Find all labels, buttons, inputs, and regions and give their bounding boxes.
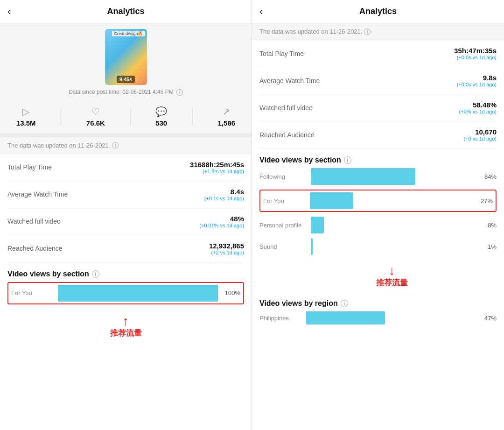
left-metric-label-0: Total Play Time <box>7 163 190 171</box>
left-updated-notice: The data was updated on 11-26-2021. i <box>0 137 252 154</box>
right-metric-avg-watch: Average Watch Time 9.8s (+0.0s vs 1d ago… <box>259 67 497 94</box>
stat-divider-1 <box>61 108 61 125</box>
left-metric-label-1: Average Watch Time <box>7 190 204 198</box>
right-panel: ‹ Analytics The data was updated on 11-2… <box>252 0 504 430</box>
left-metric-value-3: 12,932,865 (+2 vs 1d ago) <box>209 242 244 255</box>
stat-shares: ↗ 1,586 <box>218 106 236 127</box>
shares-icon: ↗ <box>223 106 231 117</box>
left-title: Analytics <box>107 7 144 16</box>
right-metric-total-play-time: Total Play Time 35h:47m:35s (+0.0s vs 1d… <box>259 40 497 67</box>
left-updated-info-icon[interactable]: i <box>112 142 119 148</box>
left-panel: ‹ Analytics Great design🔥 9.45s Data sin… <box>0 0 252 430</box>
right-back-button[interactable]: ‹ <box>259 6 263 18</box>
comments-icon: 💬 <box>155 106 167 117</box>
right-metric-label-0: Total Play Time <box>259 50 454 57</box>
likes-icon: ♡ <box>91 106 100 117</box>
left-metrics-list: Total Play Time 31688h:25m:45s (+1.8m vs… <box>0 154 252 262</box>
left-metric-value-1: 8.4s (+0.1s vs 1d ago) <box>204 188 244 201</box>
right-bar-label-sound: Sound <box>259 243 306 250</box>
right-metric-value-1: 9.8s (+0.0s vs 1d ago) <box>457 74 497 87</box>
right-title: Analytics <box>359 7 397 16</box>
right-bar-pct-sound: 1% <box>479 243 497 250</box>
right-region-label-ph: Philippines <box>259 315 301 322</box>
left-metric-reached-audience: Reached Audience 12,932,865 (+2 vs 1d ag… <box>7 235 244 262</box>
right-metric-label-3: Reached Audience <box>259 131 463 139</box>
data-since-info-icon[interactable]: i <box>176 89 183 96</box>
right-bar-container-following <box>311 168 474 185</box>
stat-likes: ♡ 76.6K <box>86 106 105 127</box>
left-stats-row: ▷ 13.5M ♡ 76.6K 💬 530 ↗ 1,586 <box>0 99 252 137</box>
right-metrics-list: Total Play Time 35h:47m:35s (+0.0s vs 1d… <box>252 40 504 148</box>
left-bar-pct-for-you: 100% <box>223 289 240 296</box>
right-bar-pct-for-you: 27% <box>475 197 493 204</box>
right-annotation-text: ↓ 推荐流量 <box>376 264 408 288</box>
right-views-section-header: Video views by section i <box>252 148 504 168</box>
right-region-pct-ph: 47% <box>479 315 497 322</box>
right-region-section-header: Video views by region i <box>252 292 504 311</box>
right-updated-notice: The data was updated on 11-26-2021. i <box>252 23 504 40</box>
right-bar-container-personal <box>311 217 474 233</box>
left-bar-container-for-you <box>58 285 218 302</box>
left-annotation-text: ↑ 推荐流量 <box>110 315 142 338</box>
right-region-info-icon[interactable]: i <box>341 300 348 307</box>
right-bar-personal-profile: Personal profile 8% <box>259 217 497 233</box>
right-bar-section: Following 64% For You 27% Personal profi… <box>252 168 504 263</box>
right-bar-fill-following <box>311 168 415 185</box>
left-metric-total-play-time: Total Play Time 31688h:25m:45s (+1.8m vs… <box>7 154 244 181</box>
left-bar-for-you: For You 100% <box>7 282 244 304</box>
right-header: ‹ Analytics <box>252 0 504 23</box>
comments-value: 530 <box>155 119 167 127</box>
data-since-text: Data since post time: 02-06-2021 4:45 PM… <box>69 89 183 96</box>
right-bar-label-personal: Personal profile <box>259 222 306 229</box>
left-bar-label-for-you: For You <box>11 289 53 296</box>
right-bar-pct-personal: 8% <box>479 222 497 229</box>
video-thumbnail[interactable]: Great design🔥 9.45s <box>105 29 147 85</box>
right-metric-label-1: Average Watch Time <box>259 77 457 85</box>
right-region-bar-ph <box>306 311 474 324</box>
left-metric-label-2: Watched full video <box>7 218 199 225</box>
shares-value: 1,586 <box>218 119 236 127</box>
right-bar-fill-for-you <box>310 192 353 209</box>
right-bar-following: Following 64% <box>259 168 497 185</box>
left-section-info-icon[interactable]: i <box>92 270 99 278</box>
left-metric-watched-full: Watched full video 48% (+0.01% vs 1d ago… <box>7 208 244 235</box>
right-bar-fill-personal <box>311 217 324 233</box>
right-bar-container-for-you <box>310 192 470 209</box>
right-metric-reached-audience: Reached Audience 10,670 (+0 vs 1d ago) <box>259 121 497 148</box>
right-metric-value-2: 58.48% (+0% vs 1d ago) <box>459 101 497 114</box>
left-metric-label-3: Reached Audience <box>7 245 209 252</box>
left-metric-value-0: 31688h:25m:45s (+1.8m vs 1d ago) <box>190 161 244 174</box>
plays-icon: ▷ <box>22 106 29 117</box>
stat-plays: ▷ 13.5M <box>16 106 36 127</box>
left-back-button[interactable]: ‹ <box>7 6 11 18</box>
stat-divider-2 <box>130 108 131 125</box>
plays-value: 13.5M <box>16 119 36 127</box>
left-video-section: Great design🔥 9.45s Data since post time… <box>0 23 252 99</box>
left-metric-value-2: 48% (+0.01% vs 1d ago) <box>199 215 244 228</box>
right-metric-value-3: 10,670 (+0 vs 1d ago) <box>463 128 497 141</box>
right-bar-fill-sound <box>311 238 313 255</box>
right-bar-label-following: Following <box>259 173 306 180</box>
right-bar-label-for-you: For You <box>263 197 305 204</box>
right-region-fill-ph <box>306 311 385 324</box>
right-bar-pct-following: 64% <box>479 173 497 180</box>
left-views-section-header: Video views by section i <box>0 262 252 282</box>
likes-value: 76.6K <box>86 119 105 127</box>
right-section-info-icon[interactable]: i <box>344 156 351 164</box>
right-region-philippines: Philippines 47% <box>252 311 504 324</box>
left-bar-section: For You 100% <box>0 282 252 313</box>
right-bar-container-sound <box>311 238 474 255</box>
left-header: ‹ Analytics <box>0 0 252 23</box>
right-metric-watched-full: Watched full video 58.48% (+0% vs 1d ago… <box>259 94 497 121</box>
video-duration: 9.45s <box>117 76 135 83</box>
right-bar-for-you: For You 27% <box>259 190 497 212</box>
stat-comments: 💬 530 <box>155 106 167 127</box>
right-bar-sound: Sound 1% <box>259 238 497 255</box>
right-updated-info-icon[interactable]: i <box>364 28 371 35</box>
right-metric-label-2: Watched full video <box>259 104 459 112</box>
left-bar-fill-for-you <box>58 285 218 302</box>
left-metric-avg-watch: Average Watch Time 8.4s (+0.1s vs 1d ago… <box>7 181 244 208</box>
right-metric-value-0: 35h:47m:35s (+0.0s vs 1d ago) <box>454 47 497 60</box>
stat-divider-3 <box>192 108 193 125</box>
video-tag: Great design🔥 <box>112 31 145 36</box>
